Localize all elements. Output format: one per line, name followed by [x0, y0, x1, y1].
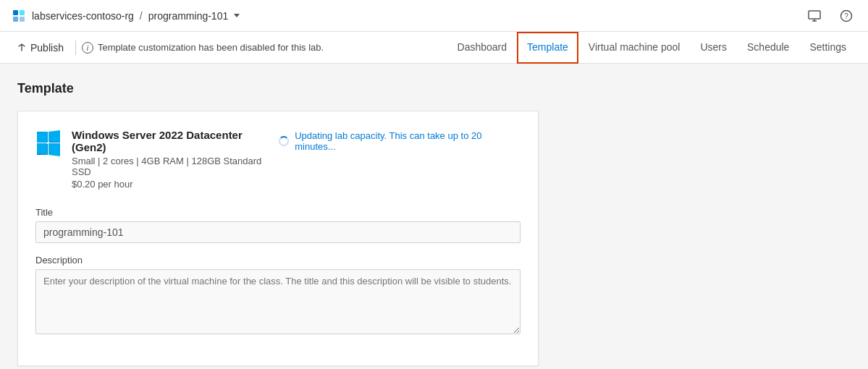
- description-label: Description: [35, 255, 521, 266]
- svg-text:?: ?: [844, 12, 848, 20]
- tab-users[interactable]: Users: [690, 32, 737, 64]
- top-bar-actions: ?: [804, 6, 856, 26]
- vm-status-text: Updating lab capacity. This can take up …: [295, 130, 521, 152]
- svg-rect-0: [13, 10, 18, 15]
- title-field-group: Title: [35, 207, 521, 243]
- svg-rect-3: [20, 17, 25, 22]
- breadcrumb-rg[interactable]: labservices-contoso-rg: [32, 10, 134, 22]
- title-label: Title: [35, 207, 521, 218]
- vm-status: Updating lab capacity. This can take up …: [279, 130, 521, 152]
- svg-rect-2: [13, 17, 18, 22]
- publish-button[interactable]: Publish: [12, 32, 69, 64]
- description-textarea[interactable]: [35, 269, 521, 334]
- vm-price: $0.20 per hour: [72, 179, 279, 190]
- vm-details: Windows Server 2022 Datacenter (Gen2) Sm…: [72, 129, 279, 190]
- tab-schedule[interactable]: Schedule: [737, 32, 799, 64]
- template-card: Windows Server 2022 Datacenter (Gen2) Sm…: [17, 111, 539, 366]
- nav-bar: Publish i Template customization has bee…: [0, 32, 868, 64]
- vm-info-row: Windows Server 2022 Datacenter (Gen2) Sm…: [35, 129, 521, 190]
- svg-rect-1: [20, 10, 25, 15]
- description-field-group: Description: [35, 255, 521, 336]
- top-bar: labservices-contoso-rg / programming-101…: [0, 0, 868, 32]
- title-input[interactable]: [35, 221, 521, 243]
- vm-name: Windows Server 2022 Datacenter (Gen2): [72, 129, 279, 153]
- page-title: Template: [17, 81, 851, 96]
- tab-settings[interactable]: Settings: [799, 32, 856, 64]
- info-icon: i: [82, 42, 93, 54]
- vm-specs: Small | 2 cores | 4GB RAM | 128GB Standa…: [72, 156, 279, 177]
- breadcrumb-dropdown-icon: [234, 14, 240, 17]
- monitor-button[interactable]: [804, 6, 825, 26]
- nav-tabs: Dashboard Template Virtual machine pool …: [447, 32, 856, 64]
- tab-template[interactable]: Template: [517, 32, 578, 64]
- windows-logo-icon: [35, 130, 62, 156]
- tab-dashboard[interactable]: Dashboard: [447, 32, 518, 64]
- breadcrumb-separator: /: [140, 10, 143, 22]
- tab-vm-pool[interactable]: Virtual machine pool: [578, 32, 691, 64]
- help-button[interactable]: ?: [836, 6, 856, 26]
- breadcrumb-lab[interactable]: programming-101: [148, 10, 240, 22]
- info-message: i Template customization has been disabl…: [82, 42, 324, 54]
- nav-divider: [75, 41, 76, 55]
- loading-spinner: [279, 136, 289, 146]
- breadcrumb: labservices-contoso-rg / programming-101: [32, 10, 240, 22]
- svg-rect-4: [809, 11, 820, 19]
- vm-info-left: Windows Server 2022 Datacenter (Gen2) Sm…: [35, 129, 279, 190]
- azure-lab-services-icon: [12, 9, 26, 23]
- main-content: Template: [0, 64, 868, 369]
